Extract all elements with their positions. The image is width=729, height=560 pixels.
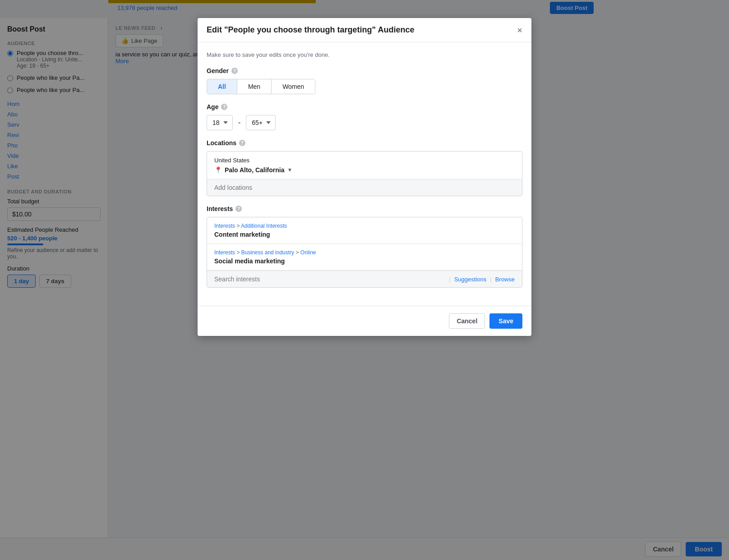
gender-women-button[interactable]: Women	[272, 79, 315, 94]
modal-title: Edit "People you choose through targetin…	[207, 25, 414, 35]
interests-search-actions: | Suggestions | Browse	[449, 276, 515, 283]
interests-label: Interests	[207, 205, 233, 212]
age-section: Age ? 18 21 25 35 45 55 - 65+ 55	[207, 103, 522, 130]
additional-interests-breadcrumb-link[interactable]: Additional Interests	[241, 223, 287, 229]
location-dropdown-icon[interactable]: ▼	[287, 167, 293, 173]
interests-breadcrumb-link-2[interactable]: Interests	[214, 249, 235, 256]
modal-cancel-button[interactable]: Cancel	[449, 313, 485, 329]
age-min-select[interactable]: 18 21 25 35 45 55	[207, 115, 233, 130]
location-pin-icon: 📍	[214, 166, 222, 174]
locations-info-icon[interactable]: ?	[239, 140, 245, 146]
age-section-title: Age ?	[207, 103, 522, 110]
gender-men-button[interactable]: Men	[237, 79, 272, 94]
age-dash: -	[238, 119, 240, 127]
interest-item-content-marketing: Interests > Additional Interests Content…	[207, 217, 522, 244]
suggestions-link[interactable]: Suggestions	[454, 276, 487, 283]
modal-save-button[interactable]: Save	[489, 313, 522, 329]
add-locations-input[interactable]	[214, 184, 515, 191]
interest-breadcrumb-1: Interests > Additional Interests	[214, 223, 515, 229]
locations-current: United States 📍 Palo Alto, California ▼	[207, 151, 522, 179]
locations-section-title: Locations ?	[207, 139, 522, 147]
interest-name-content-marketing: Content marketing	[214, 231, 515, 238]
gender-label: Gender	[207, 67, 229, 74]
age-label: Age	[207, 103, 218, 110]
locations-box: United States 📍 Palo Alto, California ▼	[207, 151, 522, 196]
breadcrumb-sep-2b: >	[295, 249, 300, 256]
browse-link[interactable]: Browse	[495, 276, 515, 283]
locations-label: Locations	[207, 139, 236, 147]
search-sep-2: |	[490, 276, 491, 283]
interest-breadcrumb-2: Interests > Business and industry > Onli…	[214, 249, 515, 256]
interests-breadcrumb-link-1[interactable]: Interests	[214, 223, 235, 229]
interests-box: Interests > Additional Interests Content…	[207, 217, 522, 288]
age-info-icon[interactable]: ?	[221, 104, 227, 110]
interest-item-social-media: Interests > Business and industry > Onli…	[207, 244, 522, 271]
modal-backdrop: Edit "People you choose through targetin…	[0, 0, 729, 560]
online-breadcrumb-link[interactable]: Online	[300, 249, 316, 256]
modal-close-button[interactable]: ×	[517, 26, 522, 35]
age-selects: 18 21 25 35 45 55 - 65+ 55 45 35 25	[207, 115, 522, 130]
interests-search-area: | Suggestions | Browse	[207, 271, 522, 287]
locations-section: Locations ? United States 📍 Palo Alto, C…	[207, 139, 522, 196]
locations-input-area	[207, 179, 522, 196]
location-city-name: Palo Alto, California	[225, 166, 285, 174]
gender-button-group: All Men Women	[207, 79, 315, 94]
gender-info-icon[interactable]: ?	[231, 68, 238, 74]
business-industry-breadcrumb-link[interactable]: Business and industry	[241, 249, 294, 256]
modal-footer: Cancel Save	[198, 306, 531, 336]
search-sep-1: |	[449, 276, 450, 283]
age-max-select[interactable]: 65+ 55 45 35 25	[246, 115, 276, 130]
breadcrumb-sep-2a: >	[236, 249, 241, 256]
interests-section: Interests ? Interests > Additional Inter…	[207, 205, 522, 288]
modal-subtitle: Make sure to save your edits once you're…	[207, 51, 522, 58]
gender-all-button[interactable]: All	[207, 79, 237, 94]
interests-section-title: Interests ?	[207, 205, 522, 212]
location-city: 📍 Palo Alto, California ▼	[214, 166, 515, 174]
search-interests-input[interactable]	[214, 275, 449, 283]
breadcrumb-sep-1: >	[236, 223, 241, 229]
interest-name-social-media: Social media marketing	[214, 257, 515, 265]
edit-audience-modal: Edit "People you choose through targetin…	[198, 18, 531, 336]
modal-body: Make sure to save your edits once you're…	[198, 42, 531, 306]
interests-info-icon[interactable]: ?	[235, 206, 242, 212]
location-country: United States	[214, 157, 515, 164]
modal-header: Edit "People you choose through targetin…	[198, 18, 531, 42]
gender-section-title: Gender ?	[207, 67, 522, 74]
